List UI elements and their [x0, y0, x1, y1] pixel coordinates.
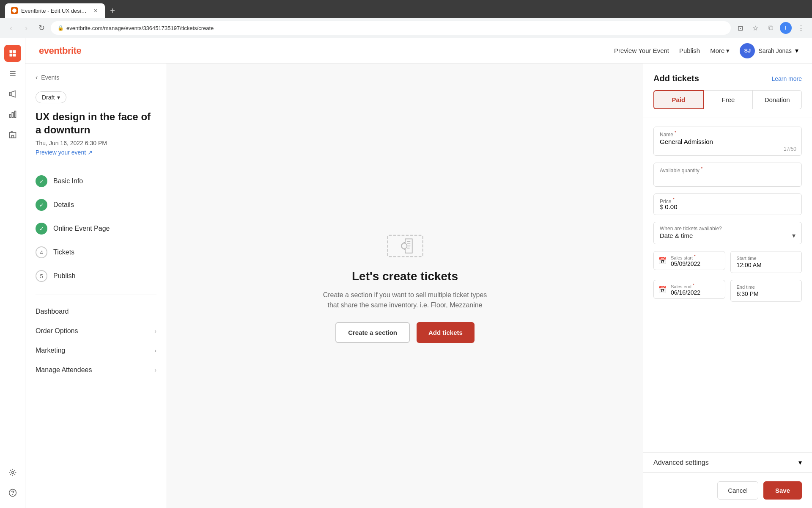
chevron-down-icon: ▾ [726, 47, 730, 55]
svg-rect-21 [407, 246, 410, 246]
save-button[interactable]: Save [763, 481, 802, 500]
manage-attendees-arrow: › [154, 367, 156, 373]
check-icon-basic-info: ✓ [36, 175, 47, 187]
external-link-icon: ↗ [88, 149, 93, 156]
preview-link-label: Preview your event [36, 149, 86, 156]
price-input-container: Price * $ [653, 193, 802, 215]
sidebar-menu-dashboard[interactable]: Dashboard [36, 302, 156, 321]
cancel-button[interactable]: Cancel [717, 481, 758, 500]
svg-rect-10 [9, 114, 11, 118]
user-chevron-icon: ▾ [795, 47, 798, 55]
price-label: Price * [660, 197, 675, 204]
new-tab-button[interactable]: + [107, 5, 118, 17]
name-label: Name * [660, 130, 676, 138]
rail-list-icon[interactable] [4, 65, 21, 82]
calendar-start-icon[interactable]: 📅 [654, 252, 671, 269]
panel-title: Add tickets [653, 74, 699, 83]
rail-chart-icon[interactable] [4, 106, 21, 123]
end-time-label: End time [737, 284, 796, 290]
calendar-end-icon[interactable]: 📅 [654, 281, 671, 298]
browser-chrome: Eventbrite - Edit UX design in ... × + ‹… [0, 0, 812, 38]
sidebar-item-publish[interactable]: 5 Publish [36, 264, 156, 288]
rail-megaphone-icon[interactable] [4, 86, 21, 102]
start-time-label: Start time [737, 256, 796, 261]
sidebar-item-details[interactable]: ✓ Details [36, 193, 156, 217]
tab-favicon [11, 7, 18, 14]
rail-building-icon[interactable] [4, 126, 21, 143]
tab-close-icon[interactable]: × [92, 7, 99, 14]
sidebar-menu-marketing[interactable]: Marketing › [36, 341, 156, 360]
more-browser-icon[interactable]: ⋮ [795, 22, 807, 34]
end-time-input-wrap: End time 6:30 PM [730, 280, 802, 302]
svg-point-0 [12, 8, 16, 13]
sidebar-item-label-tickets: Tickets [53, 248, 74, 256]
create-section-button[interactable]: Create a section [335, 322, 410, 343]
tab-bar: Eventbrite - Edit UX design in ... × + [0, 0, 812, 18]
start-time-field: Start time 12:00 AM [730, 251, 802, 273]
back-button[interactable]: ‹ [5, 22, 17, 34]
app-header: eventbrite Preview Your Event Publish Mo… [25, 38, 812, 64]
name-input-container: Name * 17/50 [653, 127, 802, 156]
advanced-settings-label: Advanced settings [653, 459, 709, 467]
events-link-label: Events [41, 74, 59, 81]
svg-point-15 [11, 472, 14, 474]
tab-paid[interactable]: Paid [653, 90, 704, 109]
sidebar-item-label-details: Details [53, 201, 74, 209]
bookmark-icon[interactable]: ☆ [749, 22, 761, 34]
draft-badge[interactable]: Draft ▾ [36, 91, 66, 103]
sidebar-item-tickets[interactable]: 4 Tickets [36, 240, 156, 264]
start-time-input-wrap: Start time 12:00 AM [730, 251, 802, 273]
svg-rect-1 [9, 50, 12, 53]
sidebar-item-online-event[interactable]: ✓ Online Event Page [36, 217, 156, 240]
preview-event-link[interactable]: Preview Your Event [614, 47, 669, 54]
app-layout: ‹ Events Draft ▾ UX design in the face o… [0, 38, 812, 508]
extensions-icon[interactable]: ⧉ [765, 22, 776, 34]
panel-header: Add tickets Learn more [643, 64, 812, 90]
active-tab[interactable]: Eventbrite - Edit UX design in ... × [5, 3, 105, 18]
sidebar-nav: ✓ Basic Info ✓ Details ✓ Online Event Pa… [36, 169, 156, 288]
add-tickets-button[interactable]: Add tickets [417, 322, 475, 343]
logo[interactable]: eventbrite [39, 45, 81, 56]
back-arrow-icon: ‹ [36, 74, 38, 81]
refresh-button[interactable]: ↻ [36, 22, 47, 34]
rail-help-icon[interactable] [4, 484, 21, 501]
sales-end-label: Sales end * [671, 283, 721, 289]
sidebar-item-basic-info[interactable]: ✓ Basic Info [36, 169, 156, 193]
user-menu[interactable]: SJ Sarah Jonas ▾ [740, 43, 798, 58]
learn-more-link[interactable]: Learn more [771, 75, 802, 82]
sales-end-field: 📅 Sales end * 06/16/2022 [653, 280, 725, 302]
right-panel: Add tickets Learn more Paid Free Donatio… [643, 64, 812, 508]
tickets-icon [384, 229, 426, 263]
preview-event-link-sidebar[interactable]: Preview your event ↗ [36, 149, 156, 156]
address-bar[interactable]: 🔒 eventbrite.com/manage/events/336451735… [51, 21, 731, 35]
tickets-heading: Let's create tickets [352, 270, 458, 283]
name-field: Name * 17/50 [653, 127, 802, 156]
sales-end-value: 06/16/2022 [671, 289, 721, 296]
tab-free[interactable]: Free [704, 90, 753, 109]
user-avatar-browser[interactable]: I [780, 22, 792, 34]
svg-rect-12 [14, 111, 16, 118]
rail-settings-icon[interactable] [4, 464, 21, 481]
price-input[interactable] [665, 203, 796, 210]
svg-rect-2 [13, 50, 16, 53]
check-icon-online-event: ✓ [36, 223, 47, 235]
availability-label: When are tickets available? [660, 226, 722, 232]
svg-rect-20 [407, 243, 410, 244]
marketing-label: Marketing [36, 347, 65, 354]
more-button[interactable]: More ▾ [710, 47, 730, 55]
advanced-settings-row[interactable]: Advanced settings ▾ [643, 452, 812, 472]
order-options-label: Order Options [36, 327, 78, 335]
sidebar-item-label-publish: Publish [53, 272, 75, 280]
back-to-events[interactable]: ‹ Events [36, 74, 156, 81]
sidebar-menu-manage-attendees[interactable]: Manage Attendees › [36, 360, 156, 380]
sidebar-menu-order-options[interactable]: Order Options › [36, 321, 156, 341]
number-icon-tickets: 4 [36, 246, 47, 258]
rail-home-icon[interactable] [4, 45, 21, 62]
svg-rect-3 [9, 54, 12, 57]
publish-button-header[interactable]: Publish [679, 47, 700, 54]
forward-button[interactable]: › [20, 22, 32, 34]
tab-donation[interactable]: Donation [753, 90, 802, 109]
url-text: eventbrite.com/manage/events/33645173519… [66, 25, 214, 31]
cast-icon[interactable]: ⊡ [734, 22, 746, 34]
lock-icon: 🔒 [58, 25, 64, 31]
